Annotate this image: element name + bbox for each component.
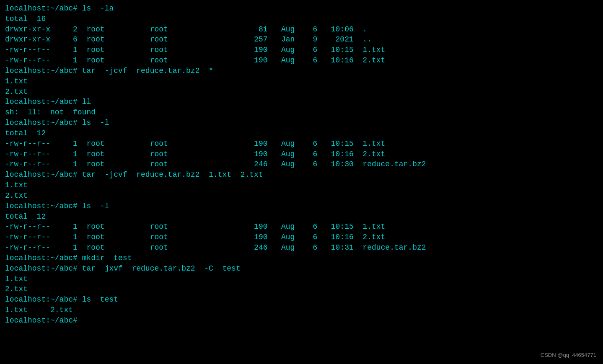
terminal-window: localhost:~/abc# ls -la total 16 drwxr-x… — [0, 0, 603, 364]
terminal-output: localhost:~/abc# ls -la total 16 drwxr-x… — [5, 3, 598, 326]
watermark: CSDN @qq_44654771 — [541, 351, 596, 359]
